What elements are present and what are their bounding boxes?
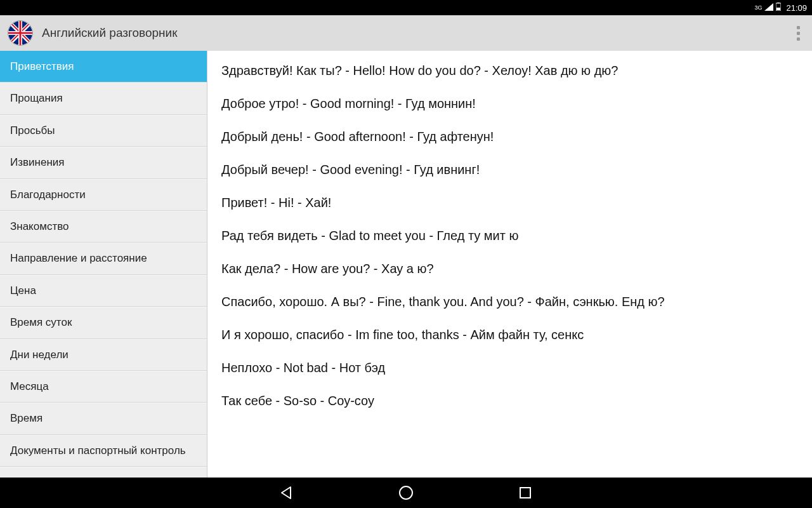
signal-icon <box>764 3 773 13</box>
content-area: ПриветствияПрощанияПросьбыИзвиненияБлаго… <box>0 51 812 478</box>
sidebar-item[interactable]: Благодарности <box>0 179 207 211</box>
navigation-bar <box>0 478 812 508</box>
svg-rect-3 <box>776 8 780 10</box>
back-button[interactable] <box>278 484 296 502</box>
phrase-item[interactable]: И я хорошо, спасибо - Im fine too, thank… <box>221 326 798 343</box>
sidebar-item[interactable]: Извинения <box>0 147 207 178</box>
phrase-item[interactable]: Как дела? - How are you? - Хау а ю? <box>221 260 798 277</box>
overflow-menu-icon[interactable] <box>792 20 804 46</box>
svg-point-18 <box>400 486 412 499</box>
svg-rect-16 <box>20 21 22 45</box>
app-title: Английский разговорник <box>42 26 792 40</box>
status-bar: 3G 21:09 <box>0 0 812 15</box>
action-bar: Английский разговорник <box>0 15 812 51</box>
sidebar-item[interactable]: Время суток <box>0 307 207 338</box>
category-sidebar[interactable]: ПриветствияПрощанияПросьбыИзвиненияБлаго… <box>0 51 207 478</box>
phrase-item[interactable]: Добрый вечер! - Good evening! - Гуд ивни… <box>221 161 798 178</box>
phrase-item[interactable]: Здравствуй! Как ты? - Hello! How do you … <box>221 62 798 79</box>
svg-marker-17 <box>282 487 291 498</box>
home-button[interactable] <box>397 484 415 502</box>
sidebar-item[interactable]: Прощания <box>0 83 207 114</box>
sidebar-item[interactable]: Время <box>0 403 207 434</box>
uk-flag-icon <box>8 20 33 46</box>
phrase-item[interactable]: Доброе утро! - Good morning! - Гуд монни… <box>221 95 798 112</box>
sidebar-item[interactable]: Таможня <box>0 467 207 478</box>
sidebar-item[interactable]: Месяца <box>0 371 207 403</box>
sidebar-item[interactable]: Цена <box>0 275 207 307</box>
phrase-item[interactable]: Добрый день! - Good afternoon! - Гуд афт… <box>221 128 798 145</box>
phrase-item[interactable]: Так себе - So-so - Соу-соу <box>221 392 798 409</box>
phrase-list[interactable]: Здравствуй! Как ты? - Hello! How do you … <box>207 51 812 478</box>
phrase-item[interactable]: Неплохо - Not bad - Нот бэд <box>221 359 798 376</box>
sidebar-item[interactable]: Просьбы <box>0 115 207 147</box>
sidebar-item[interactable]: Направление и расстояние <box>0 243 207 274</box>
phrase-item[interactable]: Рад тебя видеть - Glad to meet you - Гле… <box>221 227 798 244</box>
recent-apps-button[interactable] <box>516 484 534 502</box>
clock: 21:09 <box>786 3 807 13</box>
svg-rect-19 <box>520 488 530 498</box>
phrase-item[interactable]: Привет! - Hi! - Хай! <box>221 194 798 211</box>
sidebar-item[interactable]: Дни недели <box>0 339 207 371</box>
network-label: 3G <box>754 5 762 11</box>
sidebar-item[interactable]: Знакомство <box>0 211 207 243</box>
svg-rect-2 <box>777 3 780 3</box>
sidebar-item[interactable]: Документы и паспортный контроль <box>0 435 207 467</box>
battery-icon <box>776 3 781 13</box>
svg-marker-0 <box>764 3 773 11</box>
sidebar-item[interactable]: Приветствия <box>0 51 207 83</box>
phrase-item[interactable]: Спасибо, хорошо. А вы? - Fine, thank you… <box>221 293 798 310</box>
